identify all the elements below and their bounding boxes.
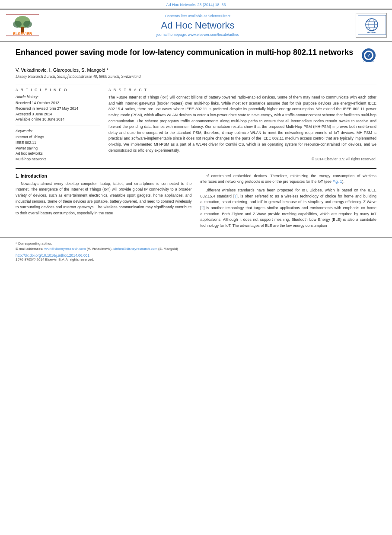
email-2[interactable]: stefan@disneyresearch.com [113, 247, 157, 251]
intro-heading: 1. Introduction [16, 173, 192, 178]
contents-text: Contents lists available at [165, 14, 207, 18]
keyword-5: Multi-hop networks [16, 156, 100, 162]
section-divider [16, 168, 376, 169]
keywords-label: Keywords: [16, 129, 100, 133]
ref2-link[interactable]: 2 [201, 206, 204, 210]
article-info-abstract: A R T I C L E I N F O Article history: R… [16, 85, 376, 162]
journal-citation: Ad Hoc Networks 23 (2014) 18–33 [0, 0, 392, 9]
svg-text:Networks: Networks [366, 34, 378, 35]
email-label: E-mail addresses: [16, 247, 43, 251]
email-2-name: (S. Mangold) [158, 247, 178, 251]
journal-logo-right: Ad Hoc Networks [356, 13, 387, 38]
main-content: Enhanced power saving mode for low-laten… [0, 41, 392, 237]
elsevier-logo: ELSEVIER [5, 13, 40, 37]
history-label: Article history: [16, 95, 100, 99]
email-1[interactable]: vvuk@disneyresearch.com [44, 247, 86, 251]
intro-para-1-text: Nowadays almost every desktop computer, … [16, 181, 192, 217]
email-1-name: (V. Vukadinovic) [87, 247, 112, 251]
svg-text:Ad Hoc: Ad Hoc [367, 31, 377, 34]
doi-link[interactable]: http://dx.doi.org/10.1016/j.adhoc.2014.0… [16, 253, 376, 258]
svg-text:ELSEVIER: ELSEVIER [13, 32, 32, 36]
svg-point-4 [13, 21, 22, 28]
article-info-label: A R T I C L E I N F O [16, 88, 100, 92]
issn-text: 1570-8705/© 2014 Elsevier B.V. All right… [16, 258, 376, 261]
crossmark-icon[interactable]: ✓ CrossMark [361, 48, 376, 64]
journal-name-heading: Ad Hoc Networks [44, 20, 351, 31]
history-item-1: Received 14 October 2013 [16, 100, 100, 106]
history-item-4: Available online 16 June 2014 [16, 117, 100, 122]
article-title-section: Enhanced power saving mode for low-laten… [16, 48, 376, 64]
body-col-right: of constrained embedded devices. Therefo… [201, 173, 377, 232]
abstract-text: The Future Internet of Things (IoT) will… [108, 95, 376, 153]
affiliation: Disney Research Zurich, Stampfenbachstra… [16, 74, 376, 79]
body-content: 1. Introduction Nowadays almost every de… [16, 173, 376, 232]
keyword-3: Power saving [16, 146, 100, 151]
article-info-col: A R T I C L E I N F O Article history: R… [16, 85, 100, 162]
citation-text: Ad Hoc Networks 23 (2014) 18–33 [166, 3, 226, 7]
authors-text: V. Vukadinovic, I. Glaropoulos, S. Mango… [16, 67, 108, 73]
svg-text:CrossMark: CrossMark [363, 60, 374, 63]
body-right-text: of constrained embedded devices. Therefo… [201, 173, 377, 229]
footnote-corresponding: * Corresponding author. [16, 241, 376, 246]
svg-point-5 [23, 21, 32, 28]
sciencedirect-link[interactable]: ScienceDirect [208, 14, 230, 18]
intro-para-2-text: of constrained embedded devices. Therefo… [201, 173, 377, 185]
history-item-3: Accepted 3 June 2014 [16, 111, 100, 117]
footnote-emails: E-mail addresses: vvuk@disneyresearch.co… [16, 246, 376, 252]
authors: V. Vukadinovic, I. Glaropoulos, S. Mango… [16, 67, 376, 73]
fig1-link[interactable]: Fig. 1 [332, 179, 342, 184]
contents-line: Contents lists available at ScienceDirec… [44, 14, 351, 18]
abstract-col: A B S T R A C T The Future Internet of T… [108, 85, 376, 162]
homepage-text: journal homepage: www.elsevier.com/locat… [156, 32, 239, 37]
copyright: © 2014 Elsevier B.V. All rights reserved… [108, 157, 376, 161]
journal-homepage: journal homepage: www.elsevier.com/locat… [44, 32, 351, 37]
keyword-2: IEEE 802.11 [16, 140, 100, 146]
doi-text: http://dx.doi.org/10.1016/j.adhoc.2014.0… [16, 253, 89, 258]
article-title: Enhanced power saving mode for low-laten… [16, 48, 357, 57]
abstract-label: A B S T R A C T [108, 88, 376, 92]
ref1-link[interactable]: 1 [234, 194, 236, 198]
keyword-1: Internet of Things [16, 134, 100, 140]
left-divider [16, 125, 100, 125]
body-col-left: 1. Introduction Nowadays almost every de… [16, 173, 192, 232]
journal-header: ELSEVIER Contents lists available at Sci… [0, 9, 392, 41]
history-item-2: Received in revised form 27 May 2014 [16, 106, 100, 111]
keyword-4: Ad hoc networks [16, 151, 100, 156]
intro-para-3-text: Different wireless standards have been p… [201, 188, 377, 229]
footer-section: * Corresponding author. E-mail addresses… [0, 237, 392, 263]
journal-title-block: Contents lists available at ScienceDirec… [44, 14, 351, 37]
journal-logo-box: Ad Hoc Networks [356, 13, 387, 38]
corresponding-label: * Corresponding author. [16, 242, 52, 245]
intro-para-1: Nowadays almost every desktop computer, … [16, 181, 192, 217]
svg-text:✓: ✓ [367, 53, 370, 58]
